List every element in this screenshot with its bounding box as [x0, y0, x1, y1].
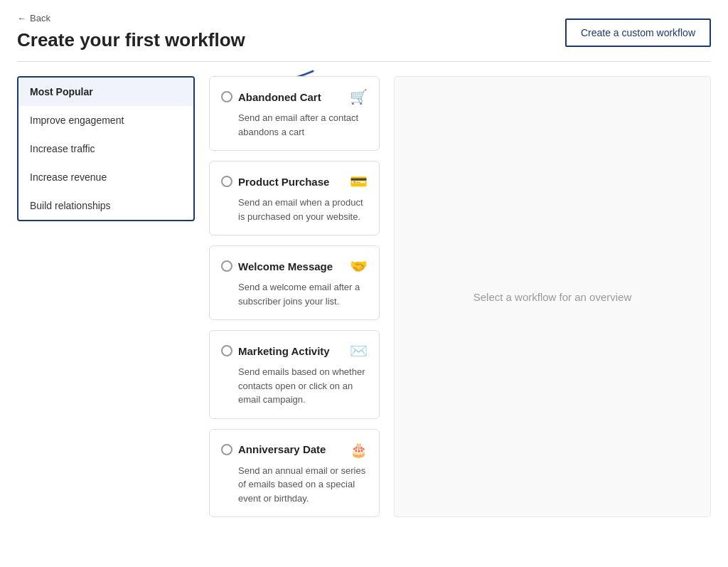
workflow-card-header: Anniversary Date 🎂: [221, 441, 368, 458]
workflow-radio-anniversary-date[interactable]: [221, 444, 232, 455]
cart-icon: 🛒: [350, 88, 368, 105]
category-sidebar: Most Popular Improve engagement Increase…: [17, 76, 195, 221]
workflow-radio-product-purchase[interactable]: [221, 176, 232, 187]
sidebar-item-increase-traffic[interactable]: Increase traffic: [18, 134, 193, 163]
workflow-desc-marketing-activity: Send emails based on whether contacts op…: [221, 365, 368, 407]
sidebar-item-build-relationships[interactable]: Build relationships: [18, 191, 193, 220]
sidebar-item-improve-engagement[interactable]: Improve engagement: [18, 106, 193, 134]
workflow-card-header: Welcome Message 🤝: [221, 258, 368, 275]
create-custom-workflow-button[interactable]: Create a custom workflow: [565, 18, 711, 47]
workflow-title-marketing-activity: Marketing Activity: [238, 345, 330, 357]
back-label: Back: [30, 13, 50, 23]
workflow-desc-abandoned-cart: Send an email after a contact abandons a…: [221, 111, 368, 139]
workflow-card-abandoned-cart[interactable]: Abandoned Cart 🛒 Send an email after a c…: [209, 76, 380, 151]
workflow-radio-marketing-activity[interactable]: [221, 345, 232, 356]
workflow-title-abandoned-cart: Abandoned Cart: [238, 91, 321, 103]
main-content: Most Popular Improve engagement Increase…: [0, 62, 728, 531]
workflow-card-product-purchase[interactable]: Product Purchase 💳 Send an email when a …: [209, 161, 380, 235]
workflow-card-anniversary-date[interactable]: Anniversary Date 🎂 Send an annual email …: [209, 429, 380, 518]
workflow-list: Abandoned Cart 🛒 Send an email after a c…: [209, 76, 380, 517]
workflow-radio-welcome-message[interactable]: [221, 260, 232, 272]
overview-panel: Select a workflow for an overview: [394, 76, 711, 517]
workflow-title-anniversary-date: Anniversary Date: [238, 443, 326, 455]
sidebar-item-increase-revenue[interactable]: Increase revenue: [18, 163, 193, 191]
email-icon: ✉️: [350, 342, 368, 359]
overview-placeholder: Select a workflow for an overview: [473, 291, 632, 303]
cake-icon: 🎂: [350, 441, 368, 458]
page-header: ← Back Create your first workflow Create…: [0, 0, 728, 51]
workflow-title-product-purchase: Product Purchase: [238, 176, 329, 188]
workflow-card-header: Product Purchase 💳: [221, 173, 368, 190]
workflow-title-welcome-message: Welcome Message: [238, 260, 333, 272]
back-arrow-icon: ←: [17, 13, 26, 23]
page-title: Create your first workflow: [17, 29, 245, 51]
workflow-desc-product-purchase: Send an email when a product is purchase…: [221, 196, 368, 223]
workflow-card-marketing-activity[interactable]: Marketing Activity ✉️ Send emails based …: [209, 330, 380, 419]
handshake-icon: 🤝: [350, 258, 368, 275]
credit-card-icon: 💳: [350, 173, 368, 190]
workflow-desc-welcome-message: Send a welcome email after a subscriber …: [221, 280, 368, 308]
workflow-card-welcome-message[interactable]: Welcome Message 🤝 Send a welcome email a…: [209, 245, 380, 320]
workflow-radio-abandoned-cart[interactable]: [221, 91, 232, 102]
workflow-card-header: Abandoned Cart 🛒: [221, 88, 368, 105]
sidebar-item-most-popular[interactable]: Most Popular: [18, 78, 193, 106]
back-link[interactable]: ← Back: [17, 13, 245, 23]
workflow-desc-anniversary-date: Send an annual email or series of emails…: [221, 464, 368, 506]
workflow-card-header: Marketing Activity ✉️: [221, 342, 368, 359]
